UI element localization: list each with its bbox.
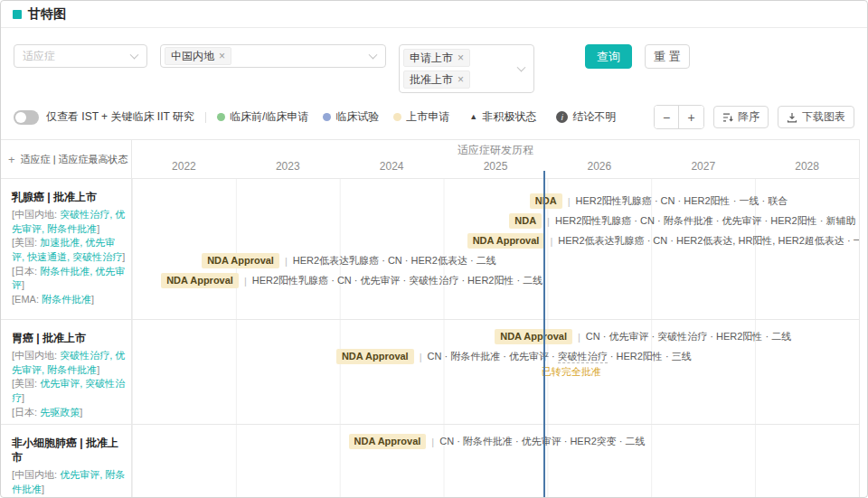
titlebar: 甘特图 <box>1 1 867 28</box>
status-select[interactable]: 申请上市 × 批准上市 × <box>399 44 534 93</box>
chart-controls: − + 降序 下载图表 <box>654 105 854 129</box>
year-label: 2023 <box>236 158 340 178</box>
download-chart-button[interactable]: 下载图表 <box>778 106 854 128</box>
detail-bracket: ] <box>97 364 99 375</box>
iit-only-toggle[interactable] <box>14 110 39 125</box>
bar-label: HER2低表达乳腺癌 · CN · HER2低表达, HR阳性, HER2超低表… <box>558 234 859 248</box>
sort-descending-icon <box>722 112 733 123</box>
bar-separator: | <box>550 236 552 247</box>
status-tag-label: 批准上市 <box>410 72 453 88</box>
gantt-bar[interactable]: NDA Approval|CN · 附条件批准 · 优先审评 · 突破性治疗 ·… <box>336 349 692 364</box>
legend-item-label: 临床试验 <box>335 109 379 125</box>
tag-close-icon[interactable]: × <box>219 51 225 61</box>
detail-bracket: ] <box>22 392 24 403</box>
triangle-icon: ▲ <box>469 113 477 121</box>
gantt-bar[interactable]: NDA|HER2阳性乳腺癌 · CN · HER2阳性 · 一线 · 联合 <box>530 193 788 209</box>
bar-status-chip: NDA Approval <box>349 434 427 449</box>
timeline-title: 适应症研发历程 <box>132 140 859 158</box>
gantt-header: + 适应症 | 适应症最高状态 适应症研发历程 2022202320242025… <box>1 140 859 179</box>
row-detail: [日本: 附条件批准, 优先审评] <box>12 265 126 293</box>
gantt-body: 乳腺癌 | 批准上市[中国内地: 突破性治疗, 优先审评, 附条件批准][美国:… <box>1 179 859 498</box>
legend-dot-items: 临床前/临床申请临床试验上市申请 <box>217 109 449 125</box>
row-header-cell: 乳腺癌 | 批准上市[中国内地: 突破性治疗, 优先审评, 附条件批准][美国:… <box>1 179 132 319</box>
bar-status-chip: NDA Approval <box>161 273 239 288</box>
gantt-bar[interactable]: NDA Approval|HER2阳性乳腺癌 · CN · 优先审评 · 突破性… <box>161 273 542 288</box>
region-select[interactable]: 中国内地 × <box>160 44 386 68</box>
gantt-row: 乳腺癌 | 批准上市[中国内地: 突破性治疗, 优先审评, 附条件批准][美国:… <box>1 179 859 320</box>
bar-separator: | <box>547 216 550 227</box>
region-tag-label: 中国内地 <box>171 49 214 64</box>
row-detail: [日本: 先驱政策] <box>12 406 126 420</box>
row-group-header-label: 适应症 | 适应症最高状态 <box>21 153 128 166</box>
row-detail: [中国内地: 优先审评, 附条件批准] <box>12 468 126 496</box>
sort-descending-button[interactable]: 降序 <box>713 106 769 128</box>
gantt-table: + 适应症 | 适应症最高状态 适应症研发历程 2022202320242025… <box>1 139 860 498</box>
title-square-icon <box>13 10 22 19</box>
zoom-out-button[interactable]: − <box>655 106 679 128</box>
reset-button[interactable]: 重 置 <box>645 44 690 69</box>
bar-label: HER2阳性乳腺癌 · CN · 优先审评 · 突破性治疗 · HER2阳性 ·… <box>252 274 542 287</box>
legend-item-label: 上市申请 <box>406 109 449 125</box>
bar-status-chip: NDA <box>530 193 562 209</box>
gantt-bar[interactable]: NDA Approval|HER2低表达乳腺癌 · CN · HER2低表达, … <box>467 233 859 249</box>
indication-select[interactable]: 适应症 <box>14 44 147 68</box>
row-detail: [美国: 优先审评, 突破性治疗] <box>12 377 126 405</box>
status-tag: 申请上市 × <box>403 49 470 67</box>
zoom-in-button[interactable]: + <box>679 106 703 128</box>
legend-item-inactive: ▲ 非积极状态 <box>469 109 536 125</box>
bar-separator: | <box>244 276 247 287</box>
gantt-bar[interactable]: NDA Approval|CN · 附条件批准 · 优先审评 · HER2突变 … <box>349 434 646 449</box>
bar-status-chip: NDA Approval <box>495 329 572 344</box>
detail-region: [中国内地: <box>12 469 60 480</box>
gantt-app: 甘特图 适应症 中国内地 × 申请上市 × 批准上市 × <box>0 0 868 498</box>
gantt-row: 非小细胞肺癌 | 批准上市[中国内地: 优先审评, 附条件批准][美国: 加速批… <box>1 425 859 498</box>
gantt-bar[interactable]: NDA Approval|CN · 优先审评 · 突破性治疗 · HER2阳性 … <box>495 329 791 344</box>
bar-note: 已转完全批准 <box>542 365 601 379</box>
expand-all-button[interactable]: + <box>8 153 15 166</box>
page-title: 甘特图 <box>28 6 66 23</box>
bar-separator: | <box>431 437 434 447</box>
bar-status-chip: NDA Approval <box>336 349 414 364</box>
detail-designations: 先驱政策 <box>40 407 80 418</box>
row-group-header: + 适应症 | 适应症最高状态 <box>1 140 132 179</box>
query-button[interactable]: 查询 <box>585 44 632 69</box>
bar-separator: | <box>568 196 571 207</box>
gantt-row: 胃癌 | 批准上市[中国内地: 突破性治疗, 优先审评, 附条件批准][美国: … <box>1 320 859 425</box>
bar-label: HER2阳性乳腺癌 · CN · 附条件批准 · 优先审评 · HER2阳性 ·… <box>555 214 855 228</box>
download-icon <box>787 112 797 123</box>
info-icon: i <box>556 111 568 123</box>
tag-close-icon[interactable]: × <box>458 52 464 63</box>
year-label: 2025 <box>444 158 548 178</box>
gantt-bar[interactable]: NDA|HER2阳性乳腺癌 · CN · 附条件批准 · 优先审评 · HER2… <box>509 213 855 229</box>
bar-separator: | <box>420 352 422 362</box>
row-detail: [EMA: 附条件批准] <box>12 293 126 307</box>
detail-region: [中国内地: <box>12 350 60 361</box>
legend-item-label: 结论不明 <box>572 109 616 125</box>
toggle-knob <box>15 112 26 123</box>
row-detail: [美国: 加速批准, 优先审评, 快速通道, 突破性治疗] <box>12 236 126 264</box>
legend-dot-icon <box>323 113 331 121</box>
chevron-down-icon <box>369 51 378 60</box>
legend-dot-icon <box>217 113 225 121</box>
indication-placeholder: 适应症 <box>23 49 55 64</box>
bar-label: HER2低表达乳腺癌 · CN · HER2低表达 · 二线 <box>293 254 496 268</box>
bar-label-underlined: 突破性治疗 <box>558 351 608 363</box>
row-header-cell: 非小细胞肺癌 | 批准上市[中国内地: 优先审评, 附条件批准][美国: 加速批… <box>1 425 132 498</box>
legend-item-label: 临床前/临床申请 <box>230 109 308 125</box>
year-label: 2027 <box>651 158 755 178</box>
row-title: 胃癌 | 批准上市 <box>12 331 126 345</box>
bar-status-chip: NDA Approval <box>202 253 279 268</box>
bar-label: CN · 附条件批准 · 优先审评 · 突破性治疗 · HER2阳性 · 三线 <box>428 350 692 363</box>
row-title: 非小细胞肺癌 | 批准上市 <box>12 436 126 465</box>
detail-region: [EMA: <box>12 294 42 305</box>
detail-region: [日本: <box>12 266 40 277</box>
tag-close-icon[interactable]: × <box>458 74 464 85</box>
legend-item-unclear: i 结论不明 <box>556 109 616 125</box>
row-detail: [中国内地: 突破性治疗, 优先审评, 附条件批准] <box>12 349 126 377</box>
detail-bracket: ] <box>42 484 44 494</box>
bar-separator: | <box>578 332 580 343</box>
gantt-bar[interactable]: NDA Approval|HER2低表达乳腺癌 · CN · HER2低表达 ·… <box>202 253 496 268</box>
row-header-cell: 胃癌 | 批准上市[中国内地: 突破性治疗, 优先审评, 附条件批准][美国: … <box>1 320 132 424</box>
legend-bar: 仅查看 IST + 关键临床 IIT 研究 临床前/临床申请临床试验上市申请 ▲… <box>1 93 867 139</box>
detail-region: [美国: <box>12 237 40 248</box>
